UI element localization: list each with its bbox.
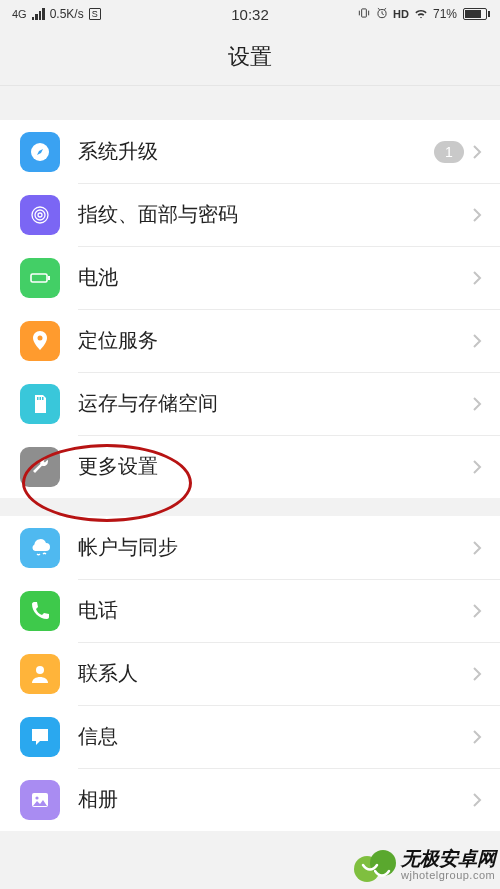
row-label: 定位服务 [78,327,472,354]
row-label: 帐户与同步 [78,534,472,561]
row-label: 电话 [78,597,472,624]
status-left: 4G 0.5K/s S [10,7,231,21]
chevron-right-icon [472,666,482,682]
settings-item-accounts[interactable]: 帐户与同步 [0,516,500,579]
chevron-right-icon [472,333,482,349]
svg-rect-11 [31,274,47,282]
svg-rect-12 [48,276,50,280]
status-right: HD 71% [269,6,490,23]
settings-item-contacts[interactable]: 联系人 [0,642,500,705]
settings-item-battery[interactable]: 电池 [0,246,500,309]
sim-slot-icon: S [89,8,101,20]
data-speed: 0.5K/s [50,7,84,21]
wifi-icon [413,7,429,22]
settings-item-gallery[interactable]: 相册 [0,768,500,831]
chevron-right-icon [472,270,482,286]
watermark-logo-icon [353,843,397,887]
chevron-right-icon [472,207,482,223]
svg-point-13 [38,335,43,340]
battery-percent: 71% [433,7,457,21]
clock: 10:32 [231,6,269,23]
update-count-badge: 1 [434,141,464,163]
gallery-icon [20,780,60,820]
settings-item-storage[interactable]: 运存与存储空间 [0,372,500,435]
network-type: 4G [12,8,27,20]
chevron-right-icon [472,540,482,556]
chevron-right-icon [472,792,482,808]
svg-rect-15 [40,397,42,400]
battery-icon [20,258,60,298]
row-label: 电池 [78,264,472,291]
alarm-icon [375,6,389,23]
svg-point-21 [370,850,396,876]
settings-item-more[interactable]: 更多设置 [0,435,500,498]
svg-point-9 [35,210,45,220]
settings-group: 系统升级 1 指纹、面部与密码 电池 定位服务 运存与存储空间 [0,120,500,498]
svg-point-19 [35,796,38,799]
row-label: 相册 [78,786,472,813]
compass-icon [20,132,60,172]
person-icon [20,654,60,694]
cloud-icon [20,528,60,568]
watermark-sub: wjhotelgroup.com [401,869,496,881]
fingerprint-icon [20,195,60,235]
page-title: 设置 [228,42,272,72]
battery-icon [461,8,490,20]
settings-item-location[interactable]: 定位服务 [0,309,500,372]
row-label: 信息 [78,723,472,750]
svg-rect-0 [362,8,367,16]
row-label: 联系人 [78,660,472,687]
chevron-right-icon [472,144,482,160]
message-icon [20,717,60,757]
svg-line-4 [378,8,380,9]
chevron-right-icon [472,459,482,475]
settings-item-security[interactable]: 指纹、面部与密码 [0,183,500,246]
location-icon [20,321,60,361]
signal-icon [32,8,45,20]
watermark: 无极安卓网 wjhotelgroup.com [353,843,496,887]
svg-point-10 [38,213,42,217]
settings-item-upgrade[interactable]: 系统升级 1 [0,120,500,183]
svg-line-5 [384,8,386,9]
wrench-icon [20,447,60,487]
settings-item-messages[interactable]: 信息 [0,705,500,768]
svg-rect-14 [37,397,39,400]
settings-item-phone[interactable]: 电话 [0,579,500,642]
hd-label: HD [393,8,409,20]
row-label: 运存与存储空间 [78,390,472,417]
svg-rect-16 [42,397,44,400]
chevron-right-icon [472,396,482,412]
svg-point-17 [36,666,44,674]
row-label: 系统升级 [78,138,434,165]
watermark-title: 无极安卓网 [401,849,496,870]
status-bar: 4G 0.5K/s S 10:32 HD 71% [0,0,500,28]
nav-header: 设置 [0,28,500,86]
row-label: 指纹、面部与密码 [78,201,472,228]
sdcard-icon [20,384,60,424]
chevron-right-icon [472,729,482,745]
phone-icon [20,591,60,631]
chevron-right-icon [472,603,482,619]
row-label: 更多设置 [78,453,472,480]
vibrate-icon [357,6,371,23]
settings-group: 帐户与同步 电话 联系人 信息 相册 [0,516,500,831]
